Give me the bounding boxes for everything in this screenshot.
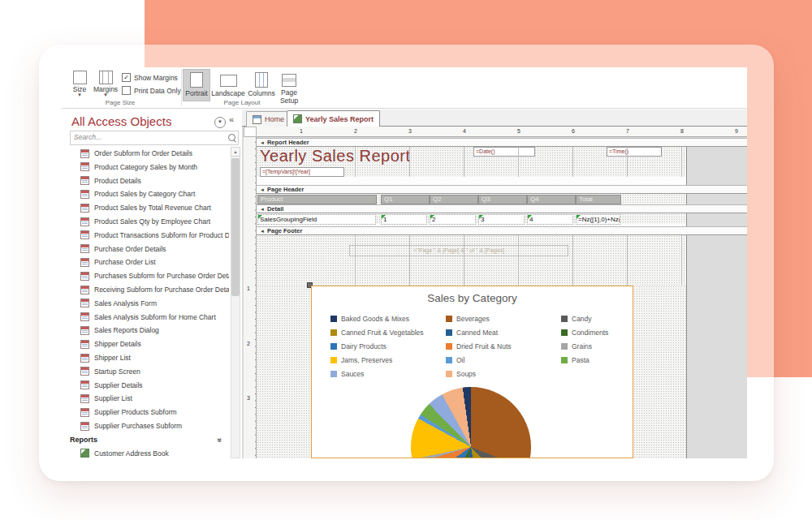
section-collapse-icon[interactable]: ◄ [260, 140, 265, 145]
section-bar-page-header[interactable]: ◄ Page Header [257, 185, 747, 194]
page-footer-grid[interactable] [257, 235, 686, 286]
list-item-form[interactable]: Supplier Details [70, 379, 229, 392]
scrollbar-up-icon[interactable]: ▲ [231, 147, 240, 157]
grid-column-line [681, 235, 682, 286]
portrait-icon [190, 72, 203, 88]
list-item-form[interactable]: Purchases Subform for Purchase Order Det… [70, 269, 229, 282]
legend-swatch [561, 329, 568, 336]
column-header-cell[interactable]: Q3 [478, 195, 527, 204]
columns-button[interactable]: Columns [246, 69, 277, 101]
h-ruler-number: 2 [353, 128, 358, 134]
list-item-form[interactable]: Product Transactions Subform for Product… [70, 229, 229, 242]
section-label: Detail [267, 205, 283, 213]
page-number-textbox[interactable]: ="Page " & [Page] & " of " & [Pages] [349, 245, 568, 256]
legend-item: Canned Meat [446, 325, 561, 339]
h-ruler-number: 9 [734, 128, 739, 134]
column-header-cell[interactable]: Total [576, 195, 621, 204]
time-textbox[interactable]: =Time() [607, 147, 662, 157]
list-item-label: Purchases Subform for Purchase Order Det… [94, 272, 229, 280]
list-item-form[interactable]: Supplier Products Subform [70, 406, 229, 419]
ruler-corner-box[interactable] [244, 127, 257, 137]
list-item-form[interactable]: Shipper List [70, 351, 229, 364]
search-icon [228, 134, 235, 141]
column-header-cell[interactable]: Q4 [527, 195, 576, 204]
detail-cell[interactable]: SalesGroupingField [257, 214, 376, 225]
form-icon [80, 312, 89, 321]
list-item-label: Startup Screen [94, 367, 140, 376]
reports-group-header[interactable]: Reports» [70, 436, 229, 444]
show-margins-checkbox[interactable]: ✓ Show Margins [122, 73, 178, 82]
scrollbar-thumb[interactable] [231, 158, 240, 296]
legend-swatch [446, 316, 452, 322]
form-icon [80, 299, 89, 307]
landscape-label: Landscape [211, 89, 245, 97]
grid-column-line [518, 147, 519, 177]
section-collapse-icon[interactable]: ◄ [260, 207, 265, 212]
list-item-form[interactable]: Purchase Order Details [70, 243, 229, 256]
list-item-label: Product Sales Qty by Employee Chart [94, 217, 210, 226]
tab-yearly-sales-report[interactable]: Yearly Sales Report [287, 110, 380, 127]
list-item-form[interactable]: Product Details [70, 174, 229, 187]
list-item-form[interactable]: Product Sales Qty by Employee Chart [70, 215, 229, 228]
list-item-form[interactable]: Product Category Sales by Month [70, 161, 229, 174]
sales-by-category-chart[interactable]: Sales by Category Baked Goods & MixesBev… [311, 286, 633, 458]
margins-button[interactable]: Margins ▼ [93, 71, 119, 97]
legend-label: Dairy Products [341, 342, 387, 350]
list-item-form[interactable]: Product Sales by Category Chart [70, 187, 229, 200]
detail-cell[interactable]: =Nz([1],0)+Nz([ [576, 214, 620, 225]
section-bar-detail[interactable]: ◄ Detail [257, 204, 747, 213]
footer-grid-right[interactable] [633, 286, 686, 458]
show-margins-checkbox-box[interactable]: ✓ [122, 73, 131, 82]
list-item-label: Supplier Details [94, 381, 143, 389]
legend-swatch [330, 343, 337, 350]
section-bar-report-header[interactable]: ◄ Report Header [257, 138, 747, 147]
group-collapse-icon[interactable]: » [216, 438, 225, 443]
nav-pane-menu-icon[interactable]: ▼ [214, 117, 226, 128]
tab-home[interactable]: Home [246, 111, 291, 127]
legend-label: Dried Fruit & Nuts [456, 342, 512, 350]
column-header-cell[interactable]: Q1 [381, 195, 430, 204]
list-item-form[interactable]: Purchase Order List [70, 256, 229, 269]
detail-cell[interactable]: 4 [527, 214, 573, 225]
page-size-icon [73, 71, 87, 84]
column-header-cell[interactable]: Product [257, 195, 377, 204]
size-button[interactable]: Size ▼ [68, 71, 91, 97]
section-collapse-icon[interactable]: ◄ [260, 229, 265, 234]
section-bar-page-footer[interactable]: ◄ Page Footer [257, 226, 747, 235]
list-item-form[interactable]: Sales Analysis Form [70, 297, 229, 310]
column-header-cell[interactable]: Q2 [430, 195, 478, 204]
form-icon [80, 217, 89, 226]
detail-cell[interactable]: 1 [381, 214, 427, 225]
list-item-form[interactable]: Order Subform for Order Details [70, 147, 229, 160]
search-input[interactable]: Search... [70, 131, 239, 145]
list-item-form[interactable]: Receiving Subform for Purchase Order Det… [70, 283, 229, 296]
print-data-only-checkbox[interactable]: Print Data Only [122, 86, 181, 95]
detail-cell[interactable]: 2 [430, 214, 476, 225]
portrait-button[interactable]: Portrait [183, 69, 210, 101]
list-item-form[interactable]: Supplier List [70, 392, 229, 405]
list-item-form[interactable]: Supplier Purchases Subform [70, 419, 229, 432]
shutter-bar-collapse-icon[interactable]: « [229, 114, 234, 124]
form-icon [80, 367, 89, 376]
list-item-form[interactable]: Shipper Details [70, 337, 229, 350]
detail-cell[interactable]: 3 [478, 214, 525, 225]
tab-yearly-sales-report-label: Yearly Sales Report [305, 115, 374, 123]
landscape-button[interactable]: Landscape [210, 69, 246, 101]
footer-grid-left[interactable] [257, 286, 311, 458]
date-textbox[interactable]: =Date() [473, 147, 535, 157]
print-data-only-checkbox-box[interactable] [122, 86, 131, 95]
list-item-form[interactable]: Startup Screen [70, 365, 229, 378]
report-title-label[interactable]: Yearly Sales Report [260, 147, 411, 165]
list-item-form[interactable]: Sales Reports Dialog [70, 324, 229, 337]
list-item-label: Receiving Subform for Purchase Order Det… [94, 286, 229, 294]
tempvars-textbox[interactable]: =[TempVars]![Year] [260, 167, 344, 177]
list-item-report[interactable]: Customer Address Book [70, 447, 229, 458]
pie-chart [411, 387, 531, 458]
legend-label: Canned Fruit & Vegetables [341, 329, 424, 337]
section-collapse-icon[interactable]: ◄ [260, 187, 265, 192]
legend-swatch [561, 316, 568, 322]
margins-icon [99, 71, 113, 84]
list-item-form[interactable]: Product Sales by Total Revenue Chart [70, 201, 229, 214]
list-item-form[interactable]: Sales Analysis Subform for Home Chart [70, 311, 229, 324]
h-ruler-number: 7 [625, 128, 630, 134]
